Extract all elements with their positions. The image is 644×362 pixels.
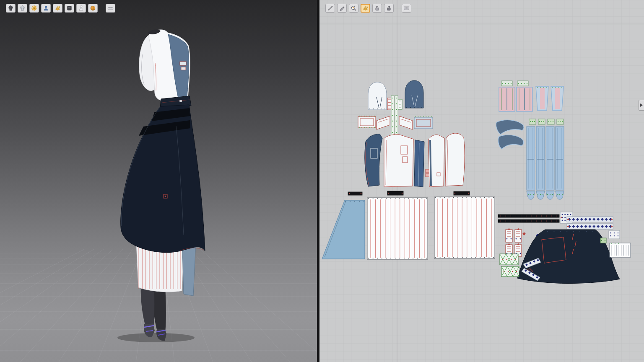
pattern-trim-stack-1[interactable] xyxy=(506,230,512,242)
pattern-sleeve-cap-b-detail xyxy=(555,88,560,109)
gear-icon xyxy=(31,5,38,12)
person-icon xyxy=(42,5,49,12)
pattern-zoom-button[interactable] xyxy=(349,4,358,13)
pen-icon xyxy=(338,5,345,12)
needle-icon xyxy=(327,5,334,12)
toolbar-2d xyxy=(325,4,411,13)
fold-arrangement-2d-button[interactable] xyxy=(361,4,370,13)
pattern-collar-left[interactable] xyxy=(358,116,376,128)
pattern-sleeve-strip-2[interactable] xyxy=(536,127,545,190)
pattern-hood-right[interactable] xyxy=(405,80,423,108)
toolbar-3d xyxy=(6,4,115,13)
jacket-icon xyxy=(7,5,14,12)
pattern-collar-right[interactable] xyxy=(414,117,433,129)
edit-pattern-button[interactable] xyxy=(337,4,347,13)
pattern-vest-back-right[interactable] xyxy=(445,133,465,186)
vest-chest-tab-2 xyxy=(181,67,186,70)
pattern-pleat-panel-a[interactable] xyxy=(367,198,428,259)
show-garment-button[interactable] xyxy=(18,4,27,13)
pattern-waistband-bar-c[interactable] xyxy=(454,191,470,195)
pattern-vest-back-left-detail xyxy=(430,140,431,186)
show-panel-outline-button[interactable] xyxy=(65,4,74,13)
show-environment-button[interactable] xyxy=(88,4,98,13)
show-mannequin-button[interactable] xyxy=(76,4,86,13)
simulate-button[interactable] xyxy=(29,4,39,13)
waistband-button xyxy=(179,100,182,102)
viewport-3d[interactable] xyxy=(0,0,317,362)
show-clothes-button[interactable] xyxy=(6,4,16,13)
cape-button-dot xyxy=(165,196,166,197)
pattern-sleeve-strip-1[interactable] xyxy=(527,127,535,190)
magnifier-icon xyxy=(350,5,357,12)
lock2-icon xyxy=(385,5,392,12)
garment-3d-model[interactable] xyxy=(117,30,205,342)
pattern-tab-white[interactable] xyxy=(609,230,620,239)
pattern-trim-stack-2[interactable] xyxy=(515,230,522,242)
arrow-right-icon xyxy=(640,103,643,107)
pin-lock-button[interactable] xyxy=(372,4,382,13)
grid-settings-button[interactable] xyxy=(402,4,411,13)
pattern-lock-button[interactable] xyxy=(384,4,394,13)
pattern-waistband-bar-a[interactable] xyxy=(348,192,362,195)
pattern-detail-red-cluster-detail xyxy=(426,173,429,177)
fold-icon xyxy=(54,5,61,12)
globe-icon xyxy=(89,5,96,12)
vest-chest-tab-1 xyxy=(180,62,186,65)
panel-icon xyxy=(66,5,73,12)
pattern-detail-red-cluster[interactable] xyxy=(426,169,429,173)
pattern-pleat-panel-b[interactable] xyxy=(434,197,495,259)
pattern-belt-b[interactable] xyxy=(498,220,559,222)
pattern-bodice-front[interactable] xyxy=(384,134,413,187)
pattern-waistband-bar-b[interactable] xyxy=(387,191,403,195)
shirt-icon xyxy=(19,5,26,12)
pattern-belt-a[interactable] xyxy=(498,215,559,217)
3d-canvas[interactable] xyxy=(0,0,317,362)
pattern-sleeve-strip-3[interactable] xyxy=(546,127,554,190)
pattern-hood-left[interactable] xyxy=(368,82,387,110)
sewing-tool-button[interactable] xyxy=(325,4,335,13)
measure-tape-button[interactable] xyxy=(106,4,115,13)
app-window xyxy=(0,0,644,362)
pattern-sleeve-strip-4[interactable] xyxy=(556,127,564,190)
show-avatar-button[interactable] xyxy=(41,4,51,13)
fold-arrangement-button[interactable] xyxy=(53,4,62,13)
pattern-striped-tab[interactable] xyxy=(610,243,631,257)
pattern-sleeve-cap-a-detail xyxy=(540,88,545,109)
collapse-panel-button[interactable] xyxy=(639,100,644,111)
ruler-icon xyxy=(107,5,114,12)
bust-icon xyxy=(78,5,85,12)
2d-canvas[interactable] xyxy=(319,0,644,362)
fold-icon xyxy=(362,5,369,12)
viewport-2d[interactable] xyxy=(319,0,644,362)
floor-contact-shadow xyxy=(117,333,195,342)
keyboard-icon xyxy=(403,5,410,12)
lock-icon xyxy=(374,5,381,12)
